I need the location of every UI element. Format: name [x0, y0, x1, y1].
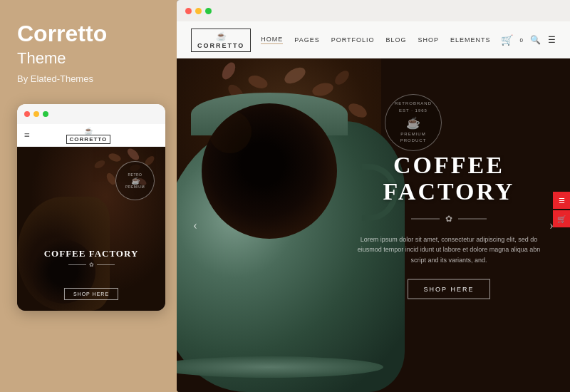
mobile-brand-badge: RETRO ☕ PREMIUM	[115, 161, 155, 200]
nav-link-elements[interactable]: ELEMENTS	[450, 36, 491, 43]
hero-divider: ✿	[356, 213, 542, 224]
nav-link-home[interactable]: HOME	[261, 36, 283, 44]
nav-link-pages[interactable]: PAGES	[294, 36, 319, 43]
hero-badge-icon: ☕	[406, 116, 420, 130]
hero-badge-retrobrand: RETROBRAND	[395, 100, 432, 108]
cart-count: 0	[520, 37, 523, 43]
mobile-nav: ≡ ☕ CORRETTO	[17, 124, 165, 147]
hero-divider-icon: ✿	[445, 213, 452, 224]
hero-badge-est: EST · 1965	[399, 108, 428, 115]
hero-badge-product: PRODUCT	[400, 138, 427, 145]
hero-content: COFFEE FACTORY ✿ Lorem ipsum dolor sit a…	[356, 152, 542, 299]
nav-link-portfolio[interactable]: PORTFOLIO	[331, 36, 375, 43]
hero-divider-line-right	[458, 218, 487, 219]
mobile-browser-bar	[17, 104, 165, 124]
desktop-dot-red[interactable]	[185, 8, 192, 14]
mobile-mockup: ≡ ☕ CORRETTO	[17, 104, 165, 311]
hero-title: COFFEE FACTORY	[356, 152, 542, 205]
mobile-divider-icon: ✿	[89, 262, 94, 268]
menu-icon[interactable]: ☰	[548, 35, 556, 46]
mobile-divider: ✿	[17, 262, 165, 268]
theme-title: Corretto	[17, 21, 107, 46]
mobile-logo: ☕ CORRETTO	[66, 127, 111, 144]
desktop-nav-links: HOME PAGES PORTFOLIO BLOG SHOP ELEMENTS	[261, 36, 490, 44]
red-btn-1[interactable]: ☰	[553, 192, 570, 209]
nav-link-blog[interactable]: BLOG	[386, 36, 407, 43]
theme-by: By Elated-Themes	[17, 73, 93, 84]
hero-shop-button[interactable]: SHOP HERE	[408, 279, 491, 299]
hero-brand-badge: RETROBRAND EST · 1965 ☕ PREMIUM PRODUCT	[385, 94, 442, 151]
mobile-logo-icon: ☕	[84, 127, 93, 135]
hero-description: Lorem ipsum dolor sit amet, consectetur …	[356, 234, 542, 264]
hero-badge-premium: PREMIUM	[400, 131, 425, 138]
mobile-hero-title: COFFEE FACTORY	[17, 248, 165, 259]
hero-divider-line-left	[411, 218, 440, 219]
mobile-dot-yellow	[33, 111, 39, 117]
cart-icon[interactable]: 🛒	[501, 34, 513, 46]
search-icon[interactable]: 🔍	[530, 35, 541, 46]
mobile-dot-green	[43, 111, 48, 117]
desktop-dot-yellow[interactable]	[195, 8, 202, 14]
desktop-nav-right: 🛒 0 🔍 ☰	[501, 34, 556, 46]
mobile-hero: RETRO ☕ PREMIUM COFFEE FACTORY ✿ SHOP HE…	[17, 147, 165, 311]
mobile-shop-button[interactable]: SHOP HERE	[64, 288, 118, 300]
hero-prev-arrow[interactable]: ‹	[187, 217, 204, 234]
mobile-logo-text: CORRETTO	[66, 135, 111, 144]
red-sidebar: ☰ 🛒	[553, 192, 570, 227]
red-btn-2[interactable]: 🛒	[553, 210, 570, 227]
left-panel: Corretto Theme By Elated-Themes ≡ ☕ CORR…	[0, 0, 177, 392]
desktop-logo-text: CORRETTO	[197, 42, 244, 49]
desktop-hero: RETROBRAND EST · 1965 ☕ PREMIUM PRODUCT …	[177, 58, 570, 392]
desktop-dot-green[interactable]	[205, 8, 212, 14]
desktop-mockup: ☕ CORRETTO HOME PAGES PORTFOLIO BLOG SHO…	[177, 0, 570, 392]
mobile-dot-red	[24, 111, 30, 117]
nav-link-shop[interactable]: SHOP	[418, 36, 440, 43]
desktop-logo[interactable]: ☕ CORRETTO	[191, 29, 251, 52]
desktop-nav: ☕ CORRETTO HOME PAGES PORTFOLIO BLOG SHO…	[177, 21, 570, 58]
desktop-browser-bar	[177, 0, 570, 21]
theme-subtitle: Theme	[17, 49, 66, 68]
desktop-logo-icon: ☕	[216, 31, 227, 42]
mobile-hamburger-icon[interactable]: ≡	[24, 130, 30, 141]
